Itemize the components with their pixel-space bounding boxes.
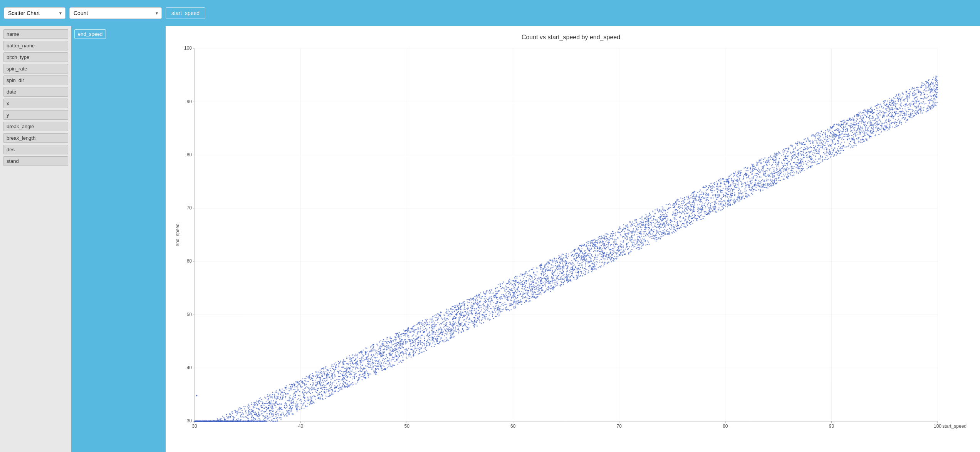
measure-wrapper: Count Sum Average Min Max	[69, 7, 162, 19]
field-item-date[interactable]: date	[3, 87, 68, 97]
field-item-batter_name[interactable]: batter_name	[3, 41, 68, 50]
chart-type-wrapper: Scatter Chart Bar Chart Line Chart Pie C…	[4, 7, 65, 19]
field-item-break_length[interactable]: break_length	[3, 133, 68, 143]
field-item-stand[interactable]: stand	[3, 156, 68, 166]
field-item-break_angle[interactable]: break_angle	[3, 122, 68, 131]
scatter-canvas	[173, 45, 968, 440]
measure-select[interactable]: Count Sum Average Min Max	[69, 7, 162, 19]
fields-panel: namebatter_namepitch_typespin_ratespin_d…	[0, 26, 71, 452]
chart-title: Count vs start_speed by end_speed	[173, 34, 968, 41]
field-item-des[interactable]: des	[3, 145, 68, 154]
field-item-y[interactable]: y	[3, 110, 68, 120]
selected-panel: end_speed	[71, 26, 166, 452]
top-bar: Scatter Chart Bar Chart Line Chart Pie C…	[0, 0, 980, 26]
chart-container	[173, 45, 968, 440]
field-item-x[interactable]: x	[3, 99, 68, 108]
x-axis-badge: start_speed	[166, 7, 205, 19]
field-item-pitch_type[interactable]: pitch_type	[3, 52, 68, 62]
field-item-spin_rate[interactable]: spin_rate	[3, 64, 68, 74]
main-content: namebatter_namepitch_typespin_ratespin_d…	[0, 26, 980, 452]
field-item-name[interactable]: name	[3, 29, 68, 39]
selected-field-end-speed[interactable]: end_speed	[74, 29, 106, 39]
chart-area: Count vs start_speed by end_speed	[166, 26, 980, 452]
field-item-spin_dir[interactable]: spin_dir	[3, 75, 68, 85]
chart-type-select[interactable]: Scatter Chart Bar Chart Line Chart Pie C…	[4, 7, 65, 19]
